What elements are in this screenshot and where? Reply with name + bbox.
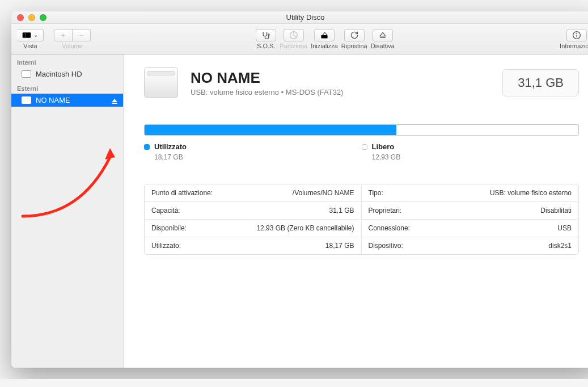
sidebar-item-no-name[interactable]: NO NAME [11,94,123,107]
sidebar-layout-icon [22,31,31,40]
sidebar-item-label: NO NAME [36,96,70,104]
unmount-button[interactable] [373,29,393,41]
svg-rect-0 [23,32,31,37]
view-label: Vista [23,43,37,49]
annotation-arrow [18,142,117,222]
stethoscope-icon [261,31,270,40]
view-button[interactable]: ⌄ [17,29,44,41]
volume-label: Volume [62,43,83,49]
used-label: Utilizzato [154,142,187,151]
info-row-available: Disponibile:12,93 GB (Zero KB cancellabi… [145,220,362,237]
svg-point-2 [268,34,269,35]
erase-label: Inizializza [311,43,338,49]
volume-name: NO NAME [191,69,343,87]
volume-remove-button[interactable]: － [73,29,91,41]
info-icon [572,31,581,40]
content-pane: NO NAME USB: volume fisico esterno • MS-… [124,54,588,368]
info-row-used: Utilizzato:18,17 GB [145,237,362,254]
unmount-label: Disattiva [371,43,395,49]
erase-button[interactable] [314,29,335,41]
window-title: Utility Disco [286,13,325,22]
minus-icon: － [78,30,85,40]
info-row-owners: Proprietari:Disabilitati [362,202,579,220]
sidebar-item-macintosh-hd[interactable]: Macintosh HD [11,68,123,81]
sidebar-external-header: Esterni [11,81,123,94]
minimize-window-button[interactable] [28,14,35,21]
usage-fill [145,125,396,135]
zoom-window-button[interactable] [40,14,46,21]
disk-utility-window: Utility Disco ⌄ Vista ＋ － Volume [11,11,588,368]
internal-disk-icon [22,70,31,78]
partition-label: Partiziona [280,43,307,49]
info-label: Informazioni [560,43,588,49]
svg-rect-4 [321,35,327,39]
first-aid-label: S.O.S. [257,43,275,49]
info-grid: Punto di attivazione:/Volumes/NO NAME Ti… [144,184,579,255]
sidebar-internal-header: Interni [11,54,123,68]
info-row-capacity: Capacità:31,1 GB [145,202,362,220]
capacity-value: 31,1 GB [518,75,564,90]
free-swatch [362,144,367,150]
toolbar: ⌄ Vista ＋ － Volume S.O.S. [11,24,588,54]
info-row-connection: Connessione:USB [362,220,579,237]
restore-button[interactable] [344,29,365,41]
close-window-button[interactable] [17,14,24,21]
restore-label: Ripristina [341,43,367,49]
partition-button[interactable] [284,29,304,41]
info-row-mountpoint: Punto di attivazione:/Volumes/NO NAME [145,184,362,202]
sidebar: Interni Macintosh HD Esterni NO NAME [11,54,124,368]
erase-icon [320,31,329,40]
svg-point-7 [577,33,577,33]
sidebar-item-label: Macintosh HD [36,70,82,78]
titlebar[interactable]: Utility Disco [11,11,588,24]
free-value: 12,93 GB [372,153,579,161]
external-disk-icon [22,96,31,104]
window-controls [17,14,46,21]
used-value: 18,17 GB [154,153,362,161]
first-aid-button[interactable] [256,29,276,41]
volume-add-button[interactable]: ＋ [54,29,73,41]
plus-icon: ＋ [60,30,67,40]
pie-chart-icon [289,31,298,40]
capacity-box: 31,1 GB [502,69,579,96]
info-button[interactable] [566,29,587,41]
volume-subtitle: USB: volume fisico esterno • MS-DOS (FAT… [191,88,343,96]
info-row-device: Dispositivo:disk2s1 [362,237,579,254]
info-row-type: Tipo:USB: volume fisico esterno [362,184,579,202]
usage-bar [144,124,579,136]
external-drive-icon [144,67,178,98]
eject-button[interactable] [112,99,117,102]
free-label: Libero [372,142,395,151]
eject-icon [378,31,387,40]
used-swatch [144,144,150,150]
restore-icon [350,31,359,40]
